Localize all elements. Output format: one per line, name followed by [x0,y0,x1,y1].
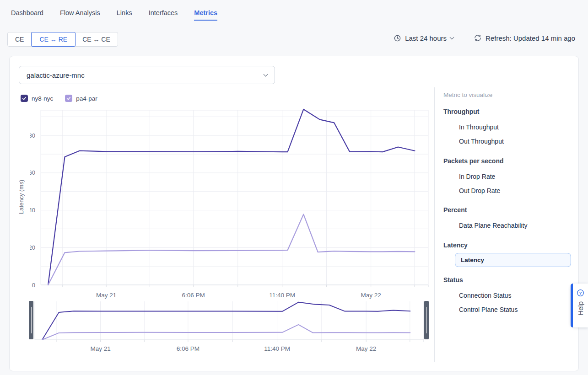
brush-handle-grip [426,307,427,333]
brush-handle-left[interactable] [29,301,33,339]
group-header-throughput: Throughput [443,108,480,115]
device-select-value: galactic-azure-mnc [27,71,85,79]
legend-label: ny8-nyc [32,95,53,102]
brush-handle-grip [31,307,32,333]
series-legend: ny8-nyc pa4-par [21,95,97,102]
refresh-status-label: Refresh: Updated 14 min ago [486,34,575,42]
device-select[interactable]: galactic-azure-mnc [19,66,275,84]
chevron-down-icon [264,72,268,76]
nav-tab-interfaces[interactable]: Interfaces [149,9,178,21]
svg-text:11:40 PM: 11:40 PM [264,345,290,352]
filter-ce-ce-button[interactable]: CE ↔ CE [75,32,118,46]
toolbar-right: Last 24 hours Refresh: Updated 14 min ag… [394,34,575,42]
brush-handle-right[interactable] [424,301,429,339]
nav-tab-metrics[interactable]: Metrics [194,9,217,21]
svg-text:?: ? [579,291,582,295]
checkbox-checked-icon[interactable] [65,95,72,102]
legend-item-ny8-nyc[interactable]: ny8-nyc [21,95,53,102]
sidebar-item-control-plane-status[interactable]: Control Plane Status [459,306,518,313]
refresh-button[interactable]: Refresh: Updated 14 min ago [474,34,575,42]
sidebar-item-data-plane-reachability[interactable]: Data Plane Reachability [459,222,527,229]
sidebar-divider [434,87,435,362]
sidebar-item-out-throughput[interactable]: Out Throughput [459,138,504,145]
svg-text:6:06 PM: 6:06 PM [182,292,205,299]
svg-text:80: 80 [30,132,35,139]
sidebar-item-latency-selected[interactable]: Latency [455,253,571,267]
metrics-panel: galactic-azure-mnc ny8-nyc pa4-par Laten… [9,56,579,371]
legend-item-pa4-par[interactable]: pa4-par [65,95,97,102]
svg-text:0: 0 [32,282,35,289]
checkbox-checked-icon[interactable] [21,95,28,102]
group-header-latency: Latency [443,241,468,249]
svg-text:40: 40 [30,207,35,214]
sidebar-item-out-drop-rate[interactable]: Out Drop Rate [459,187,500,194]
help-button[interactable]: ? Help [571,284,588,327]
sidebar-item-in-drop-rate[interactable]: In Drop Rate [459,173,495,180]
time-range-label: Last 24 hours [405,34,447,42]
sidebar-title: Metric to visualize [443,91,492,98]
svg-text:11:40 PM: 11:40 PM [269,292,295,299]
svg-text:May 22: May 22 [356,345,376,352]
overview-brush-chart[interactable]: May 216:06 PM11:40 PMMay 22 [29,299,432,354]
sidebar-item-connection-status[interactable]: Connection Status [459,292,511,299]
svg-text:May 21: May 21 [96,292,116,299]
chevron-down-icon [450,35,454,39]
time-range-dropdown[interactable]: Last 24 hours [394,34,453,42]
top-nav: Dashboard Flow Analysis Links Interfaces… [11,9,217,21]
svg-text:May 22: May 22 [361,292,381,299]
connection-type-filter: CE CE ↔ RE CE ↔ CE [7,32,118,47]
latency-line-chart: May 216:06 PM11:40 PMMay 22020406080 [30,106,437,301]
filter-ce-re-button[interactable]: CE ↔ RE [31,32,76,47]
sidebar-item-in-throughput[interactable]: In Throughput [459,123,499,131]
help-label: Help [577,301,584,316]
y-axis-title: Latency (ms) [18,174,25,220]
filter-ce-button[interactable]: CE [8,32,32,46]
refresh-icon [474,34,482,42]
svg-text:60: 60 [30,169,35,176]
nav-tab-flow-analysis[interactable]: Flow Analysis [60,9,100,21]
nav-tab-links[interactable]: Links [117,9,132,21]
clock-icon [394,34,401,42]
selected-metric-label: Latency [461,257,484,263]
svg-text:May 21: May 21 [91,345,111,352]
group-header-status: Status [443,276,463,284]
legend-label: pa4-par [76,95,97,102]
svg-text:20: 20 [30,244,35,251]
group-header-packets: Packets per second [443,157,504,165]
svg-text:6:06 PM: 6:06 PM [177,345,200,352]
group-header-percent: Percent [443,206,467,214]
question-circle-icon: ? [576,289,585,297]
nav-tab-dashboard[interactable]: Dashboard [11,9,43,21]
